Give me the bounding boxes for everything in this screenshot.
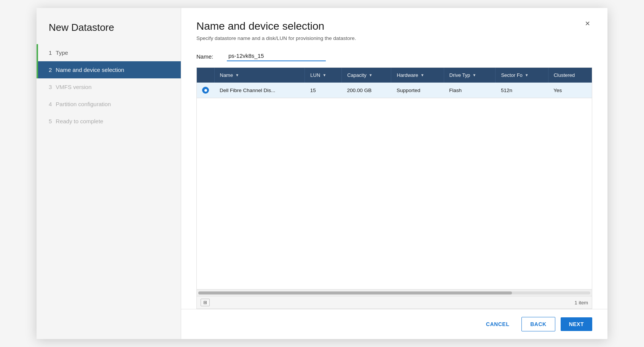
th-clustered[interactable]: Clustered [548, 68, 592, 83]
main-subtitle: Specify datastore name and a disk/LUN fo… [196, 35, 577, 41]
step-1-number: 1 [49, 49, 52, 56]
step-5-number: 5 [49, 118, 52, 124]
sector-format-filter-icon[interactable]: ▼ [525, 73, 529, 77]
table-scroll[interactable]: Name ▼ LUN ▼ [197, 68, 592, 289]
table-row[interactable]: Dell Fibre Channel Dis... 15 200.00 GB S… [197, 83, 592, 98]
sidebar-step-5[interactable]: 5 Ready to complete [37, 113, 181, 130]
sidebar-step-1[interactable]: 1 Type [37, 44, 181, 61]
hardware-filter-icon[interactable]: ▼ [421, 73, 424, 77]
row-clustered-cell: Yes [548, 83, 592, 98]
name-filter-icon[interactable]: ▼ [235, 73, 239, 77]
th-hardware[interactable]: Hardware ▼ [391, 68, 444, 83]
drive-type-filter-icon[interactable]: ▼ [472, 73, 476, 77]
step-4-label: Partition configuration [56, 101, 111, 107]
main-header: Name and device selection Specify datast… [181, 8, 607, 41]
next-button[interactable]: NEXT [561, 317, 592, 331]
th-drive-type[interactable]: Drive Typ ▼ [444, 68, 496, 83]
column-toggle-button[interactable]: ⊞ [201, 299, 210, 306]
device-table: Name ▼ LUN ▼ [197, 68, 592, 98]
item-count: 1 item [575, 300, 588, 306]
row-name-cell: Dell Fibre Channel Dis... [214, 83, 305, 98]
main-content: Name and device selection Specify datast… [181, 8, 607, 339]
th-name[interactable]: Name ▼ [214, 68, 305, 83]
table-scrollbar[interactable] [197, 289, 592, 296]
sidebar-title: New Datastore [37, 8, 181, 44]
sidebar-step-2[interactable]: 2 Name and device selection [37, 61, 181, 78]
step-5-label: Ready to complete [56, 118, 103, 124]
name-label: Name: [196, 53, 227, 60]
title-area: Name and device selection Specify datast… [196, 20, 577, 41]
th-capacity[interactable]: Capacity ▼ [342, 68, 391, 83]
step-3-label: VMFS version [56, 84, 91, 90]
name-field-row: Name: [181, 41, 607, 67]
close-button[interactable]: × [583, 19, 592, 29]
sidebar-step-3[interactable]: 3 VMFS version [37, 78, 181, 96]
radio-selected-icon [202, 87, 209, 94]
step-4-number: 4 [49, 101, 52, 107]
step-3-number: 3 [49, 84, 52, 90]
th-lun[interactable]: LUN ▼ [305, 68, 342, 83]
new-datastore-dialog: New Datastore 1 Type 2 Name and device s… [37, 8, 607, 339]
scrollbar-track [198, 291, 590, 294]
name-input[interactable] [227, 52, 326, 61]
cancel-button[interactable]: CANCEL [479, 317, 516, 331]
table-footer: ⊞ 1 item [197, 296, 592, 309]
step-1-label: Type [56, 49, 68, 56]
th-sector-format[interactable]: Sector Fo ▼ [496, 68, 548, 83]
row-drive-type-cell: Flash [444, 83, 496, 98]
dialog-footer: CANCEL BACK NEXT [181, 309, 607, 339]
steps-list: 1 Type 2 Name and device selection 3 VMF… [37, 44, 181, 130]
sidebar-step-4[interactable]: 4 Partition configuration [37, 96, 181, 113]
table-header-row: Name ▼ LUN ▼ [197, 68, 592, 83]
step-2-label: Name and device selection [56, 67, 124, 73]
back-button[interactable]: BACK [521, 317, 555, 331]
row-lun-cell: 15 [305, 83, 342, 98]
row-sector-format-cell: 512n [496, 83, 548, 98]
step-2-number: 2 [49, 67, 52, 73]
scrollbar-thumb [198, 291, 512, 294]
sidebar: New Datastore 1 Type 2 Name and device s… [37, 8, 181, 339]
row-hardware-cell: Supported [391, 83, 444, 98]
th-radio [197, 68, 214, 83]
lun-filter-icon[interactable]: ▼ [322, 73, 326, 77]
capacity-filter-icon[interactable]: ▼ [369, 73, 373, 77]
row-capacity-cell: 200.00 GB [342, 83, 391, 98]
device-table-container: Name ▼ LUN ▼ [196, 67, 592, 309]
row-radio-cell[interactable] [197, 83, 214, 98]
main-title: Name and device selection [196, 20, 577, 32]
